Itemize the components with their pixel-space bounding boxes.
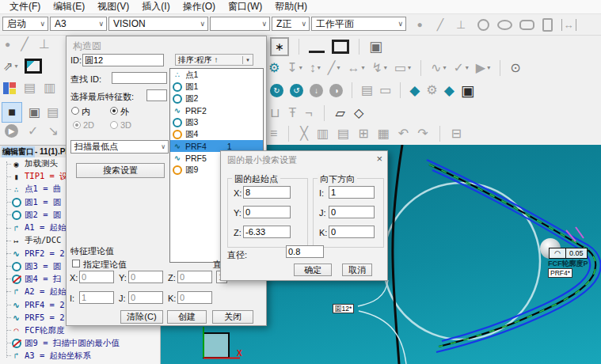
cube-shield-icon[interactable]: ◇ — [354, 107, 363, 119]
circle-icon[interactable] — [475, 14, 491, 35]
pattern-icon[interactable]: ⊞ — [358, 127, 368, 140]
list-item[interactable]: 圆1 — [170, 81, 263, 93]
maximize-rect-icon[interactable] — [332, 40, 349, 54]
fcf-frame[interactable]: ◠ 0.05 — [549, 248, 588, 259]
menu-file[interactable]: 文件(F) — [3, 0, 47, 13]
menu-edit[interactable]: 编辑(E) — [47, 0, 91, 13]
copy-icon[interactable]: ▥ — [317, 127, 329, 140]
solid-view-selected[interactable]: ■ — [2, 102, 22, 123]
move-distance-icon[interactable]: ↔ — [347, 62, 364, 74]
find-id-input[interactable] — [112, 72, 167, 84]
id-input[interactable] — [82, 54, 164, 66]
list-icon[interactable]: ≡ — [270, 127, 277, 140]
lighting-cube-icon[interactable]: ◆ — [409, 84, 420, 97]
create-button[interactable]: 创建 — [167, 310, 207, 324]
workplane-combo[interactable]: 工作平面 — [311, 17, 406, 31]
dir-j-input[interactable] — [329, 206, 375, 218]
x-theoretical-input[interactable] — [79, 271, 114, 283]
redo-icon[interactable]: ↷ — [417, 127, 428, 140]
save-layout-icon[interactable]: ▣ — [369, 40, 382, 54]
sort-header[interactable]: 排序:程序 ↑ — [175, 54, 253, 66]
cancel-button[interactable]: 取消 — [342, 264, 372, 276]
slide-icon[interactable]: ▭ — [379, 84, 391, 97]
start-mode-combo[interactable]: 启动 — [2, 17, 48, 31]
move-line-icon[interactable]: ╱ — [328, 62, 340, 74]
undo-icon[interactable]: ↶ — [398, 127, 409, 140]
quick-align-icon[interactable]: ↯ — [371, 62, 386, 74]
assign-theoretical-checkbox[interactable] — [72, 260, 80, 267]
3d-radio[interactable] — [110, 121, 118, 129]
start-x-input[interactable] — [243, 186, 291, 199]
menu-insert[interactable]: 插入(I) — [135, 0, 176, 13]
tree-item-circle9[interactable]: 圆9 = 扫描中圆的最小值 — [0, 337, 160, 350]
list-item[interactable]: 圆3 — [170, 116, 263, 128]
grid-icon[interactable]: ▦ — [378, 127, 390, 140]
print-icon[interactable]: ⊟ — [451, 127, 462, 140]
i-theoretical-input[interactable] — [79, 291, 114, 304]
start-z-input[interactable] — [243, 226, 291, 238]
pillar-icon[interactable]: Ŧ — [288, 107, 296, 119]
confirm-icon[interactable]: ✓ — [28, 125, 38, 138]
probe-settings-icon[interactable]: ⚙ — [268, 62, 280, 74]
settings-cube-icon[interactable]: ◆ — [444, 84, 455, 97]
clipboard-plus-icon[interactable]: ▤ — [361, 84, 373, 97]
round-slot-icon[interactable] — [518, 14, 535, 35]
menu-view[interactable]: 视图(V) — [91, 0, 135, 13]
scan-path-icon[interactable]: ∿ — [431, 62, 446, 74]
frame-shield-icon[interactable]: ▱ — [336, 107, 345, 119]
point-icon[interactable]: ● — [412, 14, 428, 35]
ok-button[interactable]: 确定 — [294, 264, 332, 276]
square-slot-icon[interactable] — [540, 14, 554, 35]
play-icon[interactable]: ▶ — [5, 124, 18, 138]
list-item[interactable]: 圆4 — [170, 128, 263, 140]
probe-insert-icon[interactable]: ↧ — [287, 62, 302, 74]
close-icon[interactable]: × — [376, 153, 382, 165]
list-item[interactable]: ∴点1 — [170, 69, 263, 81]
cascade-lock-icon[interactable]: ▤ — [24, 82, 36, 94]
menu-operation[interactable]: 操作(O) — [177, 0, 222, 13]
line-icon[interactable]: ╱ — [432, 14, 448, 35]
snapshot-icon[interactable]: ⊙ — [510, 62, 520, 74]
cut-icon[interactable]: ╳ — [300, 127, 308, 140]
tile-windows-icon[interactable] — [3, 82, 16, 94]
diameter-input[interactable] — [286, 245, 324, 258]
search-settings-button[interactable]: 搜索设置 — [76, 163, 165, 178]
painter-icon[interactable]: ◑ — [329, 84, 343, 97]
list-item[interactable]: ∿PRF2 — [170, 104, 263, 116]
rotate-icon[interactable]: ↻ — [270, 84, 283, 97]
y-theoretical-input[interactable] — [128, 271, 163, 283]
menu-help[interactable]: 帮助(H) — [268, 0, 314, 13]
inner-radio[interactable] — [71, 107, 79, 115]
last-count-input[interactable] — [146, 89, 167, 101]
tree-item-a3[interactable]: ↱A3 = 起始坐标系 — [0, 350, 160, 362]
hook-icon[interactable]: ¬ — [305, 107, 312, 119]
probe-down-icon[interactable]: ↓ — [310, 84, 323, 97]
report-view-icon[interactable]: ▤ — [47, 106, 59, 119]
paste-icon[interactable]: ▤ — [337, 127, 349, 140]
angle-tool-icon[interactable]: ⊥ — [39, 38, 50, 51]
2d-radio[interactable] — [73, 121, 81, 129]
bucket-icon[interactable]: ⊔ — [270, 107, 280, 119]
wireframe-cube-icon[interactable] — [25, 59, 42, 74]
k-theoretical-input[interactable] — [177, 291, 212, 304]
distance-icon[interactable]: ↔ — [559, 14, 578, 35]
translate-view-icon[interactable]: ⇗ — [3, 60, 18, 72]
render-cube-icon[interactable]: ▣ — [461, 83, 475, 98]
point-tool-icon[interactable]: ● — [5, 40, 10, 49]
orbit-icon[interactable]: ↺ — [290, 84, 303, 97]
feature-label-prf4[interactable]: PRF4* — [548, 268, 572, 278]
feature-label-circle12[interactable]: 圆12* — [333, 304, 354, 313]
perpendicular-icon[interactable]: ⊥ — [453, 14, 469, 35]
j-theoretical-input[interactable] — [128, 291, 163, 304]
step-icon[interactable]: ↘ — [48, 125, 58, 138]
zplus-combo[interactable]: Z正 — [272, 17, 310, 31]
minimize-line-icon[interactable] — [309, 41, 325, 53]
move-updown-icon[interactable]: ↕ — [310, 62, 321, 74]
confirm-move-icon[interactable]: ✓ — [453, 62, 468, 74]
copy-view-icon[interactable]: ▣ — [29, 106, 40, 119]
alignment-combo[interactable]: A3 — [50, 17, 107, 31]
close-button[interactable]: 关闭 — [212, 310, 253, 324]
execute-icon[interactable]: ▶ — [476, 62, 490, 74]
z-theoretical-input[interactable] — [177, 271, 212, 283]
ellipse-icon[interactable] — [496, 14, 513, 35]
